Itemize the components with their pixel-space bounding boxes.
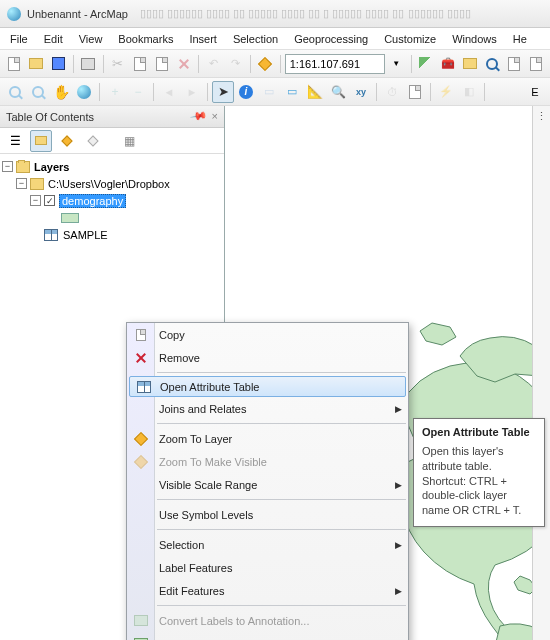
toc-list-by-visibility[interactable] (56, 130, 78, 152)
side-tab-column[interactable]: ⋮ (532, 106, 550, 640)
hyperlink-button[interactable]: ⚡ (435, 81, 457, 103)
menu-help[interactable]: He (505, 30, 535, 48)
tree-symbol[interactable] (2, 209, 222, 226)
select-feat-button[interactable]: ▭ (258, 81, 280, 103)
measure-button[interactable]: 📐 (304, 81, 326, 103)
search-button[interactable] (481, 53, 502, 75)
back-extent[interactable]: ◄ (158, 81, 180, 103)
ctx-label-features[interactable]: Label Features (127, 556, 408, 579)
add-data-button[interactable] (255, 53, 276, 75)
tooltip-title: Open Attribute Table (422, 425, 536, 440)
editor-toolbar-button[interactable] (416, 53, 437, 75)
menu-bookmarks[interactable]: Bookmarks (110, 30, 181, 48)
ctx-open-attribute-table[interactable]: Open Attribute Table (129, 376, 406, 397)
folder-icon (30, 178, 44, 190)
collapse-icon[interactable]: − (2, 161, 13, 172)
menu-customize[interactable]: Customize (376, 30, 444, 48)
menu-view[interactable]: View (71, 30, 111, 48)
zoom-layer-icon (132, 430, 150, 448)
layer-checkbox[interactable]: ✓ (44, 195, 55, 206)
full-extent-button[interactable] (73, 81, 95, 103)
find-button[interactable]: 🔍 (327, 81, 349, 103)
print-button[interactable] (78, 53, 99, 75)
chevron-right-icon: ▶ (395, 586, 402, 596)
save-button[interactable] (48, 53, 69, 75)
goto-xy-button[interactable]: xy (350, 81, 372, 103)
convert-labels-icon (132, 612, 150, 630)
pin-icon[interactable]: 📌 (189, 107, 208, 126)
zoom-out-button[interactable] (27, 81, 49, 103)
ctx-zoom-to-layer[interactable]: Zoom To Layer (127, 427, 408, 450)
fixed-zoom-in[interactable]: + (104, 81, 126, 103)
convert-features-icon (132, 635, 150, 641)
collapse-icon[interactable]: − (30, 195, 41, 206)
table-icon (135, 378, 153, 396)
menu-file[interactable]: File (2, 30, 36, 48)
copy-button[interactable] (129, 53, 150, 75)
menu-edit[interactable]: Edit (36, 30, 71, 48)
tooltip-body: Open this layer's attribute table. Short… (422, 444, 536, 518)
chevron-right-icon: ▶ (395, 404, 402, 414)
layers-icon (16, 161, 30, 173)
tooltip: Open Attribute Table Open this layer's a… (413, 418, 545, 527)
cut-button[interactable]: ✂ (108, 53, 129, 75)
toc-list-by-selection[interactable] (82, 130, 104, 152)
layer-demography-label: demography (59, 194, 126, 208)
clear-sel-button[interactable]: ▭ (281, 81, 303, 103)
ctx-joins-relates[interactable]: Joins and Relates ▶ (127, 397, 408, 420)
tree-path[interactable]: − C:\Users\Vogler\Dropbox (2, 175, 222, 192)
ctx-copy[interactable]: Copy (127, 323, 408, 346)
tree-sample[interactable]: SAMPLE (2, 226, 222, 243)
toc-list-by-source[interactable] (30, 130, 52, 152)
ctx-edit-features[interactable]: Edit Features ▶ (127, 579, 408, 602)
symbol-swatch (61, 213, 79, 223)
ctx-use-symbol-levels[interactable]: Use Symbol Levels (127, 503, 408, 526)
close-icon[interactable]: × (212, 110, 218, 123)
titlebar: Unbenannt - ArcMap ▯▯▯▯ ▯▯▯▯▯▯ ▯▯▯▯ ▯▯ ▯… (0, 0, 550, 28)
chevron-right-icon: ▶ (395, 540, 402, 550)
ctx-convert-labels: Convert Labels to Annotation... (127, 609, 408, 632)
open-button[interactable] (26, 53, 47, 75)
fixed-zoom-out[interactable]: − (127, 81, 149, 103)
create-viewer-button[interactable] (404, 81, 426, 103)
identify-button[interactable]: i (235, 81, 257, 103)
undo-button[interactable]: ↶ (203, 53, 224, 75)
collapse-icon[interactable]: − (16, 178, 27, 189)
toc-options[interactable]: ▦ (118, 130, 140, 152)
delete-button[interactable] (173, 53, 194, 75)
toc-view-buttons: ☰ ▦ (0, 128, 224, 154)
toolbar-standard: ✂ ↶ ↷ ▼ 🧰 (0, 50, 550, 78)
menu-geoprocessing[interactable]: Geoprocessing (286, 30, 376, 48)
ctx-selection[interactable]: Selection ▶ (127, 533, 408, 556)
ctx-convert-features[interactable]: Convert Features to Graphics... (127, 632, 408, 640)
catalog-button[interactable] (459, 53, 480, 75)
zoom-visible-icon (132, 453, 150, 471)
scale-dropdown[interactable]: ▼ (386, 53, 407, 75)
side-tab[interactable]: E (524, 81, 546, 103)
pan-button[interactable]: ✋ (50, 81, 72, 103)
redo-button[interactable]: ↷ (225, 53, 246, 75)
tree-demography[interactable]: − ✓ demography (2, 192, 222, 209)
menu-insert[interactable]: Insert (181, 30, 225, 48)
ctx-remove[interactable]: Remove (127, 346, 408, 369)
toc-list-by-drawing[interactable]: ☰ (4, 130, 26, 152)
time-slider-button[interactable]: ⏱ (381, 81, 403, 103)
layer-context-menu: Copy Remove Open Attribute Table Joins a… (126, 322, 409, 640)
paste-button[interactable] (151, 53, 172, 75)
python-button[interactable] (503, 53, 524, 75)
menu-windows[interactable]: Windows (444, 30, 505, 48)
model-button[interactable] (525, 53, 546, 75)
tree-layers[interactable]: − Layers (2, 158, 222, 175)
path-label: C:\Users\Vogler\Dropbox (48, 178, 170, 190)
ctx-visible-scale-range[interactable]: Visible Scale Range ▶ (127, 473, 408, 496)
menu-selection[interactable]: Selection (225, 30, 286, 48)
new-doc-button[interactable] (4, 53, 25, 75)
toolbox-button[interactable]: 🧰 (438, 53, 459, 75)
fwd-extent[interactable]: ► (181, 81, 203, 103)
titlebar-faded: ▯▯▯▯ ▯▯▯▯▯▯ ▯▯▯▯ ▯▯ ▯▯▯▯▯ ▯▯▯▯ ▯▯ ▯ ▯▯▯▯… (140, 7, 471, 20)
scale-input[interactable] (285, 54, 385, 74)
select-elements-button[interactable]: ➤ (212, 81, 234, 103)
zoom-in-button[interactable] (4, 81, 26, 103)
html-popup-button[interactable]: ◧ (458, 81, 480, 103)
remove-icon (132, 349, 150, 367)
